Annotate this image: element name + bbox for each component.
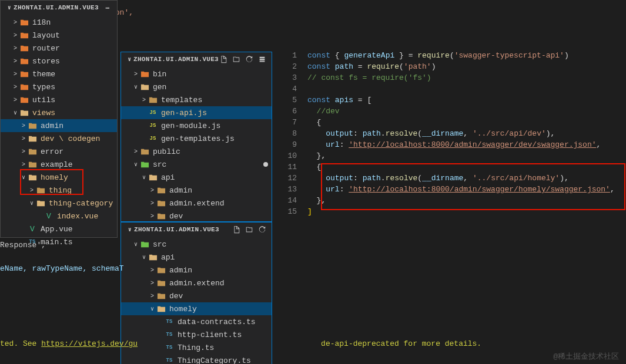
output-fragment-2: eName, rawTypeName, schemaT [0,264,124,273]
new-file-icon[interactable] [219,55,228,64]
chevron-down-icon[interactable]: ∨ [126,56,133,63]
folder-item[interactable]: >admin [1,119,117,132]
folder-item[interactable]: >router [1,42,117,55]
folder-item[interactable]: >admin.extend [121,197,272,210]
folder-item[interactable]: ∨gen [121,80,272,93]
folder-item[interactable]: ∨api [121,251,272,264]
item-label: thing-category [49,199,113,208]
chevron-icon[interactable]: > [19,123,28,129]
chevron-icon[interactable]: > [132,149,140,155]
folder-item[interactable]: >stores [1,55,117,68]
file-item[interactable]: VApp.vue [1,223,117,235]
item-label: gen-module.js [161,122,220,130]
folder-item[interactable]: >thing [1,184,117,197]
explorer-header-3[interactable]: ∨ ZHONTAI.UI.ADMIN.VUE3 [121,223,272,237]
file-item[interactable]: JSgen-templates.js [121,132,272,145]
chevron-icon[interactable]: ∨ [11,109,19,116]
chevron-icon[interactable]: ∨ [148,305,156,312]
item-label: utils [32,96,55,105]
folder-icon [19,69,29,79]
refresh-icon[interactable] [257,225,267,234]
item-label: dev [169,212,183,221]
folder-item[interactable]: >templates [121,93,272,106]
explorer-header-1[interactable]: ∨ ZHONTAI.UI.ADMIN.VUE3 ⋯ [1,1,117,15]
chevron-icon[interactable]: ∨ [19,174,28,181]
collapse-icon[interactable] [257,55,267,64]
chevron-icon[interactable]: > [132,71,140,77]
chevron-down-icon[interactable]: ∨ [126,226,134,233]
item-label: App.vue [41,225,73,234]
folder-item[interactable]: >types [1,80,117,93]
item-label: data-contracts.ts [178,318,256,326]
code-editor[interactable]: 123456789101112131415 const { generateAp… [279,0,626,235]
folder-item[interactable]: ∨views [1,106,117,119]
chevron-icon[interactable]: > [11,45,19,52]
folder-item[interactable]: >public [121,145,272,158]
folder-item[interactable]: ∨api [121,171,272,184]
chevron-icon[interactable]: > [19,161,28,168]
folder-item[interactable]: >error [1,145,117,158]
explorer-header-2[interactable]: ∨ ZHONTAI.UI.ADMIN.VUE3 [121,52,272,66]
chevron-icon[interactable]: > [11,58,19,65]
folder-item[interactable]: ∨homely [1,171,117,184]
item-label: admin.extend [169,199,225,208]
chevron-icon[interactable]: ∨ [28,200,36,207]
item-label: homely [41,173,68,182]
chevron-icon[interactable]: > [148,213,156,220]
chevron-icon[interactable]: ∨ [132,161,140,168]
folder-icon [156,211,166,221]
chevron-icon[interactable]: > [148,187,156,194]
chevron-icon[interactable]: > [148,200,156,207]
folder-item[interactable]: >utils [1,93,117,106]
file-icon: JS [148,121,158,130]
item-label: index.vue [57,212,98,221]
file-item[interactable]: Vindex.vue [1,210,117,223]
chevron-icon[interactable]: > [148,280,156,287]
folder-item[interactable]: ∨src [121,238,272,251]
chevron-icon[interactable]: ∨ [132,241,140,248]
chevron-icon[interactable]: > [28,187,36,194]
folder-item[interactable]: >i18n [1,16,117,29]
file-item[interactable]: JSgen-api.js [121,106,272,119]
item-label: api [161,253,175,262]
code-content[interactable]: const { generateApi } = require('swagger… [307,50,615,217]
chevron-icon[interactable]: > [11,97,19,103]
chevron-icon[interactable]: > [148,267,156,274]
folder-item[interactable]: >dev \ codegen [1,132,117,145]
file-item[interactable]: TSThingCategory.ts [121,354,272,364]
folder-item[interactable]: >bin [121,68,272,80]
chevron-icon[interactable]: > [148,293,156,299]
chevron-icon[interactable]: > [11,32,19,39]
folder-item[interactable]: ∨thing-category [1,197,117,210]
folder-item[interactable]: >admin [121,264,272,277]
chevron-icon[interactable]: > [11,71,19,77]
options-icon[interactable]: ⋯ [103,3,112,12]
folder-item[interactable]: ∨homely [121,302,272,315]
chevron-icon[interactable]: > [11,84,19,90]
refresh-icon[interactable] [245,55,254,64]
folder-item[interactable]: >dev [121,289,272,302]
folder-item[interactable]: >example [1,158,117,171]
chevron-icon[interactable]: > [140,97,148,103]
item-label: admin.extend [169,279,225,288]
file-item[interactable]: TSdata-contracts.ts [121,315,272,328]
chevron-icon[interactable]: > [11,19,19,26]
folder-item[interactable]: >admin.extend [121,277,272,289]
new-folder-icon[interactable] [232,55,241,64]
new-folder-icon[interactable] [245,225,254,234]
folder-item[interactable]: >layout [1,29,117,42]
folder-item[interactable]: >admin [121,184,272,197]
file-item[interactable]: JSgen-module.js [121,119,272,132]
explorer-panel-1: ∨ ZHONTAI.UI.ADMIN.VUE3 ⋯ >i18n>layout>r… [0,0,118,238]
folder-item[interactable]: >theme [1,68,117,80]
chevron-icon[interactable]: > [19,136,28,142]
folder-item[interactable]: >dev [121,210,272,223]
chevron-down-icon[interactable]: ∨ [5,4,14,11]
folder-icon [156,291,166,301]
chevron-icon[interactable]: ∨ [140,254,148,261]
chevron-icon[interactable]: > [19,149,28,155]
folder-item[interactable]: ∨src [121,158,272,171]
chevron-icon[interactable]: ∨ [140,174,148,181]
chevron-icon[interactable]: ∨ [132,83,140,90]
new-file-icon[interactable] [232,225,241,234]
